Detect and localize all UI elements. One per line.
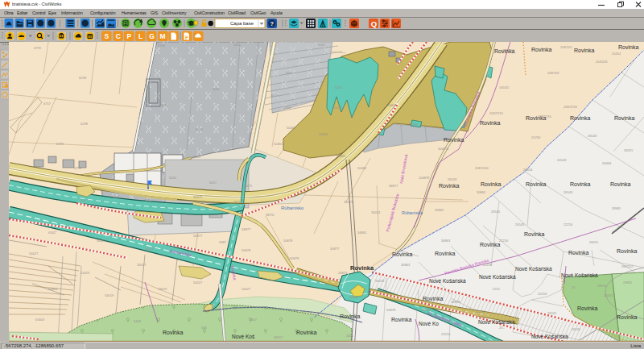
svg-text:5016: 5016 [283, 106, 291, 110]
svg-text:50878: 50878 [283, 239, 293, 243]
svg-text:22216: 22216 [538, 292, 547, 296]
svg-text:5011: 5011 [318, 43, 325, 47]
svg-text:Nové Košariská: Nové Košariská [479, 274, 516, 280]
svg-text:28981: 28981 [612, 206, 621, 210]
svg-text:?: ? [270, 20, 275, 27]
svg-text:34023: 34023 [371, 210, 381, 214]
svg-text:*8717: *8717 [233, 200, 242, 204]
svg-text:2221: 2221 [493, 287, 501, 291]
svg-text:30862: 30862 [477, 190, 486, 194]
svg-text:50161: 50161 [334, 106, 344, 110]
svg-text:38711: 38711 [266, 213, 275, 217]
svg-text:34877: 34877 [389, 184, 398, 188]
svg-text:Rovinka: Rovinka [614, 115, 634, 121]
svg-text:Rovinka: Rovinka [531, 47, 551, 52]
svg-text:20873: 20873 [338, 271, 348, 275]
svg-text:22216: 22216 [499, 239, 509, 243]
svg-text:54027: 54027 [242, 287, 251, 291]
svg-text:5011: 5011 [161, 103, 168, 107]
svg-text:Nové Košariská: Nové Košariská [478, 319, 515, 325]
svg-text:50463: 50463 [386, 103, 396, 107]
svg-text:26545: 26545 [491, 210, 501, 214]
svg-text:5407: 5407 [250, 318, 258, 322]
svg-text:Nové Košariská: Nové Košariská [531, 334, 568, 339]
svg-text:5011: 5011 [213, 87, 220, 91]
svg-text:30863: 30863 [401, 263, 411, 267]
svg-text:Rovinka: Rovinka [480, 242, 500, 247]
svg-text:Rovinka: Rovinka [439, 183, 459, 189]
svg-text:5015: 5015 [169, 176, 177, 180]
svg-text:6794: 6794 [158, 44, 166, 48]
svg-text:5141: 5141 [113, 195, 121, 199]
svg-text:50877: 50877 [193, 234, 203, 238]
svg-text:34023: 34023 [375, 279, 385, 283]
svg-text:S: S [105, 32, 109, 40]
svg-text:546: 546 [201, 326, 207, 330]
svg-text:50463: 50463 [409, 123, 419, 127]
svg-text:50877: 50877 [330, 247, 340, 251]
svg-text:20543: 20543 [557, 158, 567, 162]
svg-text:20: 20 [572, 285, 576, 289]
svg-text:54027: 54027 [193, 280, 203, 285]
svg-text:5017: 5017 [209, 181, 217, 185]
svg-text:30862: 30862 [435, 208, 444, 212]
svg-text:Rúbanisko: Rúbanisko [281, 206, 304, 210]
svg-text:Nové Koš: Nové Koš [232, 334, 255, 339]
svg-text:Rovinka: Rovinka [163, 330, 183, 335]
svg-text:26921/2: 26921/2 [621, 264, 634, 268]
svg-text:20763: 20763 [531, 135, 541, 139]
svg-text:1653/2: 1653/2 [499, 85, 510, 89]
svg-text:50*5: 50*5 [246, 184, 253, 188]
svg-text:50463: 50463 [319, 132, 328, 136]
svg-text:50878: 50878 [386, 308, 396, 312]
svg-text:26241: 26241 [572, 327, 581, 331]
svg-text:9487: 9487 [219, 240, 227, 244]
svg-text:6298: 6298 [79, 76, 87, 80]
svg-text:20543: 20543 [564, 190, 573, 194]
svg-text:54019: 54019 [105, 293, 114, 297]
svg-text:28921: 28921 [597, 284, 607, 288]
svg-text:22216: 22216 [483, 263, 493, 267]
svg-text:C: C [116, 32, 121, 40]
svg-text:26543: 26543 [588, 134, 597, 138]
svg-text:22216: 22216 [564, 222, 573, 226]
svg-text:*87: *87 [250, 263, 255, 267]
svg-text:53427: 53427 [29, 251, 39, 256]
svg-text:Rovinka: Rovinka [350, 264, 374, 272]
svg-text:5016: 5016 [335, 85, 343, 89]
svg-text:26241: 26241 [547, 311, 557, 315]
svg-text:6798: 6798 [74, 166, 82, 170]
svg-text:Rovinka: Rovinka [570, 115, 590, 121]
svg-text:26543: 26543 [515, 222, 525, 226]
svg-text:50877: 50877 [290, 271, 299, 275]
svg-text:50878: 50878 [242, 248, 251, 252]
svg-text:Rovinka: Rovinka [481, 181, 501, 187]
svg-text:20878: 20878 [422, 308, 431, 312]
svg-text:Rovinka: Rovinka [610, 181, 630, 187]
svg-text:Rovinka: Rovinka [340, 314, 360, 319]
svg-text:Rovinka: Rovinka [568, 250, 588, 256]
svg-text:34865: 34865 [357, 231, 367, 235]
svg-text:26...: 26... [499, 326, 506, 330]
svg-text:Rovinka: Rovinka [526, 181, 546, 187]
svg-text:Rovinka: Rovinka [423, 296, 443, 301]
svg-text:34023: 34023 [344, 200, 353, 204]
svg-text:Nové Košariská: Nové Košariská [561, 272, 598, 278]
svg-text:6342*: 6342* [48, 231, 57, 235]
svg-text:20452: 20452 [612, 52, 621, 56]
svg-text:26921: 26921 [624, 148, 634, 152]
svg-text:P: P [127, 32, 132, 40]
svg-text:G: G [149, 32, 155, 40]
svg-text:34879: 34879 [193, 195, 203, 199]
svg-text:20872/4: 20872/4 [502, 48, 514, 52]
svg-text:34877: 34877 [242, 227, 251, 231]
svg-text:22215: 22215 [441, 332, 451, 336]
svg-text:29825: 29825 [623, 280, 633, 285]
svg-text:50878: 50878 [290, 256, 299, 260]
svg-text:6799: 6799 [34, 46, 42, 50]
svg-text:20872/16: 20872/16 [564, 105, 577, 109]
svg-text:26464: 26464 [602, 161, 612, 165]
svg-text:26921: 26921 [589, 240, 599, 244]
svg-text:6298: 6298 [80, 122, 89, 126]
svg-text:50463: 50463 [287, 126, 296, 130]
